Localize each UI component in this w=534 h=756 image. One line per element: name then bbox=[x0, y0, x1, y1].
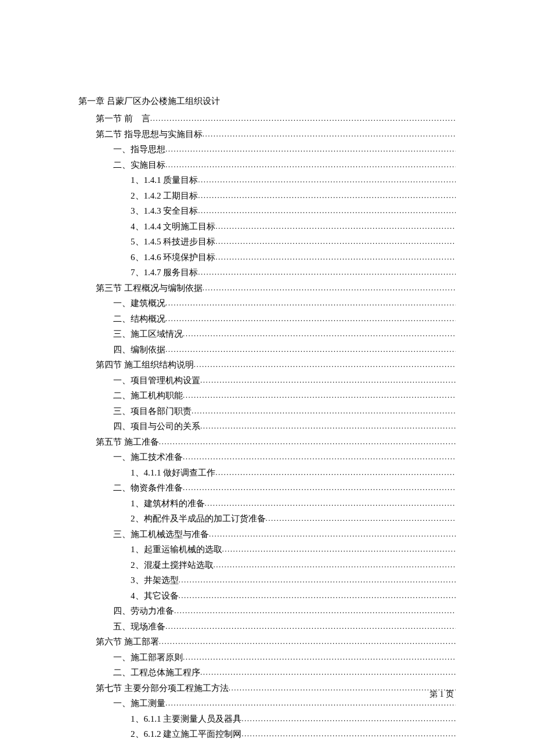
toc-leader bbox=[214, 559, 456, 571]
toc-prefix: 五、 bbox=[113, 620, 131, 633]
toc-label: 工程总体施工程序 bbox=[131, 665, 200, 679]
chapter-title: 第一章 吕蒙厂区办公楼施工组织设计 bbox=[78, 94, 456, 108]
toc-leader bbox=[174, 605, 456, 617]
toc-label: 井架选型 bbox=[144, 573, 179, 587]
toc-leader bbox=[203, 128, 456, 141]
toc-label: 起重运输机械的选取 bbox=[144, 542, 222, 556]
toc-leader bbox=[150, 113, 456, 125]
toc-label: 混凝土搅拌站选取 bbox=[144, 558, 214, 572]
toc-leader bbox=[200, 667, 456, 679]
toc-label: 项目与公司的关系 bbox=[131, 419, 200, 433]
toc-entry: 7、1.4.7 服务目标 bbox=[78, 265, 456, 279]
toc-label: 其它设备 bbox=[144, 589, 179, 603]
toc-leader bbox=[194, 359, 456, 371]
toc-label: 施工组织结构说明 bbox=[124, 358, 194, 372]
toc-leader bbox=[183, 328, 456, 340]
toc-leader bbox=[165, 313, 456, 325]
toc-prefix: 二、 bbox=[113, 665, 131, 679]
toc-prefix: 一、 bbox=[113, 696, 131, 710]
toc-prefix: 2、 bbox=[131, 558, 144, 572]
toc-label: 指导思想与实施目标 bbox=[124, 127, 203, 141]
toc-prefix: 3、 bbox=[131, 573, 144, 587]
toc-leader bbox=[183, 651, 456, 664]
toc-entry: 一、指导思想 bbox=[78, 142, 456, 156]
toc-leader bbox=[165, 697, 456, 710]
toc-prefix: 1、 bbox=[131, 496, 144, 510]
toc-leader bbox=[200, 375, 456, 387]
toc-leader bbox=[198, 267, 456, 279]
toc-label: 结构概况 bbox=[131, 312, 165, 326]
toc-entry: 1、6.1.1 主要测量人员及器具 bbox=[78, 712, 456, 726]
toc-entry: 第二节 指导思想与实施目标 bbox=[78, 127, 456, 141]
toc-entry: 一、施工技术准备 bbox=[78, 450, 456, 464]
toc-label: 实施目标 bbox=[131, 158, 165, 172]
toc-entry: 1、1.4.1 质量目标 bbox=[78, 173, 456, 187]
toc-prefix: 第一节 bbox=[96, 111, 124, 125]
toc-leader bbox=[198, 190, 456, 202]
toc-entry: 五、现场准备 bbox=[78, 620, 456, 633]
toc-prefix: 一、 bbox=[113, 373, 131, 387]
toc-leader bbox=[183, 482, 456, 494]
toc-label: 6.1.2 建立施工平面控制网 bbox=[144, 727, 242, 741]
toc-label: 工程概况与编制依据 bbox=[124, 281, 203, 295]
toc-label: 现场准备 bbox=[131, 620, 165, 633]
toc-prefix: 6、 bbox=[131, 250, 144, 264]
toc-entry: 一、项目管理机构设置 bbox=[78, 373, 456, 387]
toc-leader bbox=[165, 344, 456, 356]
toc-prefix: 7、 bbox=[131, 265, 144, 279]
toc-prefix: 1、 bbox=[131, 466, 144, 480]
toc-label: 施工技术准备 bbox=[131, 450, 183, 464]
toc-leader bbox=[183, 390, 456, 402]
toc-prefix: 2、 bbox=[131, 727, 144, 741]
toc-entry: 一、施工测量 bbox=[78, 696, 456, 710]
toc-label: 1.4.3 安全目标 bbox=[144, 204, 199, 218]
toc-label: 施工区域情况 bbox=[131, 327, 183, 341]
toc-label: 施工机构职能 bbox=[131, 388, 183, 402]
toc-prefix: 三、 bbox=[113, 327, 131, 341]
toc-prefix: 1、 bbox=[131, 173, 144, 187]
toc-label: 项目管理机构设置 bbox=[131, 373, 200, 387]
toc-label: 物资条件准备 bbox=[131, 481, 183, 495]
toc-label: 建筑概况 bbox=[131, 296, 165, 310]
toc-leader bbox=[215, 221, 456, 233]
toc-label: 劳动力准备 bbox=[131, 604, 174, 618]
toc-label: 指导思想 bbox=[131, 142, 165, 156]
toc-leader bbox=[203, 282, 456, 294]
toc-entry: 四、劳动力准备 bbox=[78, 604, 456, 618]
toc-entry: 第七节 主要分部分项工程施工方法 bbox=[78, 681, 456, 695]
toc-entry: 第五节 施工准备 bbox=[78, 435, 456, 449]
toc-prefix: 二、 bbox=[113, 481, 131, 495]
table-of-contents: 第一节 前 言第二节 指导思想与实施目标一、指导思想二、实施目标1、1.4.1 … bbox=[78, 111, 456, 741]
toc-prefix: 4、 bbox=[131, 589, 144, 603]
toc-prefix: 第六节 bbox=[96, 635, 124, 649]
toc-entry: 三、施工机械选型与准备 bbox=[78, 527, 456, 541]
toc-label: 主要分部分项工程施工方法 bbox=[124, 681, 229, 695]
toc-prefix: 一、 bbox=[113, 450, 131, 464]
toc-label: 1.4.2 工期目标 bbox=[144, 189, 199, 203]
toc-prefix: 二、 bbox=[113, 312, 131, 326]
toc-entry: 2、构配件及半成品的加工订货准备 bbox=[78, 512, 456, 525]
toc-leader bbox=[198, 174, 456, 186]
toc-leader bbox=[241, 728, 456, 740]
toc-leader bbox=[215, 251, 456, 264]
toc-entry: 3、井架选型 bbox=[78, 573, 456, 587]
toc-prefix: 一、 bbox=[113, 650, 131, 664]
toc-entry: 第六节 施工部署 bbox=[78, 635, 456, 649]
toc-prefix: 四、 bbox=[113, 343, 131, 357]
toc-prefix: 第五节 bbox=[96, 435, 124, 449]
toc-label: 建筑材料的准备 bbox=[144, 496, 205, 510]
toc-entry: 1、建筑材料的准备 bbox=[78, 496, 456, 510]
toc-entry: 一、建筑概况 bbox=[78, 296, 456, 310]
toc-leader bbox=[159, 436, 456, 448]
toc-leader bbox=[179, 590, 456, 602]
toc-leader bbox=[198, 205, 456, 217]
toc-prefix: 三、 bbox=[113, 527, 131, 541]
toc-label: 施工准备 bbox=[124, 435, 159, 449]
toc-prefix: 第三节 bbox=[96, 281, 124, 295]
toc-leader bbox=[165, 621, 456, 633]
toc-label: 编制依据 bbox=[131, 343, 165, 357]
toc-entry: 2、混凝土搅拌站选取 bbox=[78, 558, 456, 572]
toc-prefix: 3、 bbox=[131, 204, 144, 218]
toc-prefix: 第四节 bbox=[96, 358, 124, 372]
toc-entry: 3、1.4.3 安全目标 bbox=[78, 204, 456, 218]
